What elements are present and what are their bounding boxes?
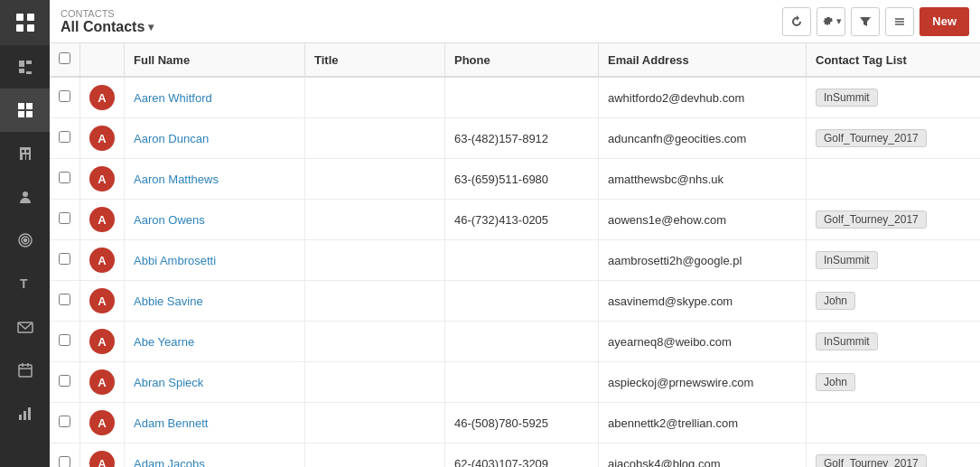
header-tag-list[interactable]: Contact Tag List xyxy=(807,43,981,77)
header-actions: ▾ New xyxy=(782,7,969,36)
avatar: A xyxy=(89,410,115,435)
row-checkbox-cell xyxy=(50,403,80,444)
contact-name-link[interactable]: Adam Jacobs xyxy=(134,457,205,468)
row-checkbox-cell xyxy=(50,444,80,468)
svg-rect-25 xyxy=(28,407,31,420)
row-checkbox[interactable] xyxy=(59,375,70,387)
filter-button[interactable] xyxy=(851,7,880,36)
row-tag-cell: Golf_Tourney_2017 xyxy=(807,200,981,240)
contact-tag[interactable]: InSummit xyxy=(816,332,878,350)
main-content: CONTACTS All Contacts ▾ ▾ New xyxy=(50,0,980,467)
row-checkbox[interactable] xyxy=(59,416,70,427)
row-checkbox[interactable] xyxy=(59,334,70,346)
select-all-checkbox[interactable] xyxy=(59,52,70,64)
row-title-cell xyxy=(305,200,445,240)
svg-rect-5 xyxy=(26,103,33,109)
contact-name-link[interactable]: Abe Yearne xyxy=(134,335,194,349)
sidebar-item-chart[interactable] xyxy=(0,392,50,435)
row-checkbox[interactable] xyxy=(59,90,70,102)
contact-name-link[interactable]: Aaron Duncan xyxy=(134,132,209,145)
row-avatar-cell: A xyxy=(80,444,125,468)
contact-tag[interactable]: InSummit xyxy=(816,89,878,107)
svg-rect-12 xyxy=(26,150,29,153)
row-name-cell: Aaron Duncan xyxy=(125,118,305,159)
row-checkbox[interactable] xyxy=(59,131,70,143)
contact-name-link[interactable]: Aaron Matthews xyxy=(134,173,219,186)
row-avatar-cell: A xyxy=(80,118,125,159)
row-name-cell: Abe Yearne xyxy=(125,322,305,362)
sidebar-item-dashboard[interactable] xyxy=(0,45,50,89)
sidebar-item-contacts[interactable] xyxy=(0,89,50,132)
header-fullname[interactable]: Full Name xyxy=(125,43,305,77)
sidebar-item-text[interactable]: T xyxy=(0,262,50,305)
row-phone-cell xyxy=(445,77,599,118)
row-name-cell: Aaren Whitford xyxy=(125,77,305,118)
row-phone-cell: 63-(482)157-8912 xyxy=(445,118,599,159)
table-row: A Aaren Whitford awhitfordo2@devhub.com … xyxy=(50,77,980,118)
contact-tag[interactable]: John xyxy=(816,292,855,310)
sidebar-item-mail[interactable] xyxy=(0,305,50,349)
svg-rect-19 xyxy=(19,365,32,377)
new-button[interactable]: New xyxy=(919,7,969,36)
header-title[interactable]: Title xyxy=(305,43,445,77)
row-title-cell xyxy=(305,281,445,322)
row-title-cell xyxy=(305,362,445,403)
row-email-cell: awhitfordo2@devhub.com xyxy=(599,77,807,118)
contact-name-link[interactable]: Adam Bennett xyxy=(134,416,208,430)
svg-rect-0 xyxy=(16,14,23,21)
header-email[interactable]: Email Address xyxy=(599,43,807,77)
contact-name-link[interactable]: Abbi Ambrosetti xyxy=(134,254,216,267)
row-avatar-cell: A xyxy=(80,281,125,322)
row-avatar-cell: A xyxy=(80,159,125,200)
table-row: A Abran Spieck aspieckoj@prnewswire.com … xyxy=(50,362,980,403)
row-phone-cell: 46-(732)413-0205 xyxy=(445,200,599,240)
row-name-cell: Aaron Matthews xyxy=(125,159,305,200)
refresh-button[interactable] xyxy=(782,7,811,36)
row-email-cell: aspieckoj@prnewswire.com xyxy=(599,362,807,403)
row-checkbox[interactable] xyxy=(59,172,70,183)
row-tag-cell: InSummit xyxy=(807,77,981,118)
row-title-cell xyxy=(305,159,445,200)
row-tag-cell: Golf_Tourney_2017 xyxy=(807,444,981,468)
svg-rect-1 xyxy=(27,14,34,21)
contact-tag[interactable]: Golf_Tourney_2017 xyxy=(816,129,927,147)
sidebar-item-buildings[interactable] xyxy=(0,132,50,175)
sidebar-logo[interactable] xyxy=(0,0,50,45)
table-row: A Abbi Ambrosetti aambrosetti2h@google.p… xyxy=(50,240,980,281)
contact-name-link[interactable]: Aaren Whitford xyxy=(134,91,212,105)
row-checkbox[interactable] xyxy=(59,212,70,224)
header-avatar-col xyxy=(80,43,125,77)
contact-name-link[interactable]: Abbie Savine xyxy=(134,294,203,308)
row-checkbox-cell xyxy=(50,118,80,159)
row-tag-cell xyxy=(807,159,981,200)
row-tag-cell: John xyxy=(807,362,981,403)
contact-tag[interactable]: InSummit xyxy=(816,251,878,269)
svg-rect-2 xyxy=(16,24,23,32)
row-avatar-cell: A xyxy=(80,362,125,403)
row-avatar-cell: A xyxy=(80,322,125,362)
row-name-cell: Adam Bennett xyxy=(125,403,305,444)
row-checkbox[interactable] xyxy=(59,456,70,467)
contact-tag[interactable]: Golf_Tourney_2017 xyxy=(816,454,927,467)
sidebar-item-target[interactable] xyxy=(0,219,50,262)
avatar: A xyxy=(89,85,115,110)
sidebar-item-calendar[interactable] xyxy=(0,349,50,392)
row-checkbox[interactable] xyxy=(59,253,70,265)
row-tag-cell: InSummit xyxy=(807,322,981,362)
row-checkbox[interactable] xyxy=(59,294,70,305)
row-checkbox-cell xyxy=(50,322,80,362)
contact-tag[interactable]: Golf_Tourney_2017 xyxy=(816,210,927,229)
settings-button[interactable]: ▾ xyxy=(817,7,845,36)
contact-tag[interactable]: John xyxy=(816,373,855,391)
row-phone-cell xyxy=(445,362,599,403)
avatar: A xyxy=(89,248,115,273)
row-name-cell: Abbie Savine xyxy=(125,281,305,322)
contact-name-link[interactable]: Abran Spieck xyxy=(134,376,203,389)
columns-button[interactable] xyxy=(885,7,914,36)
row-email-cell: aowens1e@ehow.com xyxy=(599,200,807,240)
header-phone[interactable]: Phone xyxy=(445,43,599,77)
contact-name-link[interactable]: Aaron Owens xyxy=(134,213,205,227)
row-tag-cell: Golf_Tourney_2017 xyxy=(807,118,981,159)
row-name-cell: Adam Jacobs xyxy=(125,444,305,468)
sidebar-item-people[interactable] xyxy=(0,175,50,219)
